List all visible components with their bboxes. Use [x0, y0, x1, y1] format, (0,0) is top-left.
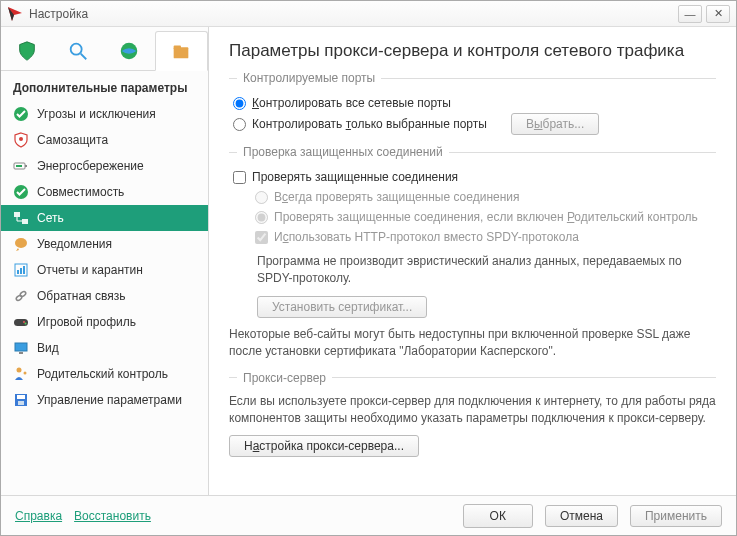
- report-icon: [13, 262, 29, 278]
- sidebar-item-selfdefense[interactable]: Самозащита: [1, 127, 208, 153]
- svg-rect-18: [20, 268, 22, 274]
- sidebar-item-label: Вид: [37, 341, 59, 355]
- sidebar-item-threats[interactable]: Угрозы и исключения: [1, 101, 208, 127]
- tab-update[interactable]: [104, 31, 155, 70]
- settings-window: Настройка — ✕ Дополнительные параметры: [0, 0, 737, 536]
- check-secure-input[interactable]: [233, 171, 246, 184]
- ports-legend: Контролируемые порты: [229, 71, 716, 85]
- svg-line-3: [81, 53, 87, 59]
- sidebar-item-compat[interactable]: Совместимость: [1, 179, 208, 205]
- radio-selected-label: Контролировать только выбранные порты: [252, 117, 487, 131]
- sidebar-item-manage[interactable]: Управление параметрами: [1, 387, 208, 413]
- svg-point-24: [25, 323, 27, 325]
- shield-icon: [13, 132, 29, 148]
- content-pane: Параметры прокси-сервера и контроля сете…: [209, 27, 736, 495]
- sidebar-item-label: Отчеты и карантин: [37, 263, 143, 277]
- ssl-fieldset: Проверка защищенных соединений Проверять…: [229, 145, 716, 361]
- battery-icon: [13, 158, 29, 174]
- check-secure-label: Проверять защищенные соединения: [252, 170, 458, 184]
- svg-point-27: [17, 368, 22, 373]
- sidebar-item-label: Обратная связь: [37, 289, 125, 303]
- apply-button[interactable]: Применить: [630, 505, 722, 527]
- save-icon: [13, 392, 29, 408]
- ssl-legend: Проверка защищенных соединений: [229, 145, 716, 159]
- sidebar-item-label: Угрозы и исключения: [37, 107, 156, 121]
- proxy-legend: Прокси-сервер: [229, 371, 716, 385]
- sidebar-item-label: Энергосбережение: [37, 159, 144, 173]
- radio-always-label: Всегда проверять защищенные соединения: [274, 190, 520, 204]
- select-ports-button[interactable]: Выбрать...: [511, 113, 599, 135]
- sidebar-item-label: Уведомления: [37, 237, 112, 251]
- ports-fieldset: Контролируемые порты Контролировать все …: [229, 71, 716, 135]
- shield-check-icon: [13, 106, 29, 122]
- sidebar-item-label: Управление параметрами: [37, 393, 182, 407]
- radio-parental-input[interactable]: [255, 211, 268, 224]
- ssl-warning: Некоторые веб-сайты могут быть недоступн…: [229, 326, 716, 361]
- check-http-label: Использовать HTTP-протокол вместо SPDY-п…: [274, 230, 579, 244]
- sidebar-item-label: Самозащита: [37, 133, 108, 147]
- svg-point-15: [15, 238, 27, 248]
- sidebar-item-parental[interactable]: Родительский контроль: [1, 361, 208, 387]
- svg-rect-26: [19, 352, 23, 354]
- link-icon: [13, 288, 29, 304]
- svg-rect-19: [23, 266, 25, 274]
- titlebar: Настройка — ✕: [1, 1, 736, 27]
- radio-selected-input[interactable]: [233, 118, 246, 131]
- sidebar-item-appearance[interactable]: Вид: [1, 335, 208, 361]
- svg-rect-31: [18, 401, 24, 405]
- svg-point-23: [23, 321, 25, 323]
- cancel-button[interactable]: Отмена: [545, 505, 618, 527]
- footer: Справка Восстановить ОК Отмена Применить: [1, 495, 736, 535]
- radio-monitor-selected-ports[interactable]: Контролировать только выбранные порты: [229, 114, 491, 134]
- sidebar-item-gaming[interactable]: Игровой профиль: [1, 309, 208, 335]
- check-http-input[interactable]: [255, 231, 268, 244]
- network-icon: [13, 210, 29, 226]
- monitor-icon: [13, 340, 29, 356]
- help-link[interactable]: Справка: [15, 509, 62, 523]
- radio-always-input[interactable]: [255, 191, 268, 204]
- check-http-instead-spdy[interactable]: Использовать HTTP-протокол вместо SPDY-п…: [251, 227, 716, 247]
- sidebar-nav: Угрозы и исключения Самозащита Энергосбе…: [1, 101, 208, 413]
- svg-rect-25: [15, 343, 27, 351]
- restore-link[interactable]: Восстановить: [74, 509, 151, 523]
- window-title: Настройка: [29, 7, 674, 21]
- svg-point-21: [19, 291, 26, 298]
- radio-parental-label: Проверять защищенные соединения, если вк…: [274, 210, 698, 224]
- radio-monitor-all-ports[interactable]: Контролировать все сетевые порты: [229, 93, 716, 113]
- tab-protection[interactable]: [1, 31, 52, 70]
- sidebar-item-label: Совместимость: [37, 185, 124, 199]
- svg-rect-11: [16, 165, 22, 167]
- sidebar-item-power[interactable]: Энергосбережение: [1, 153, 208, 179]
- gamepad-icon: [13, 314, 29, 330]
- radio-check-if-parental[interactable]: Проверять защищенные соединения, если вк…: [251, 207, 716, 227]
- bell-icon: [13, 236, 29, 252]
- radio-all-input[interactable]: [233, 97, 246, 110]
- check-icon: [13, 184, 29, 200]
- check-secure-connections[interactable]: Проверять защищенные соединения: [229, 167, 716, 187]
- minimize-button[interactable]: —: [678, 5, 702, 23]
- svg-rect-13: [14, 212, 20, 217]
- proxy-settings-button[interactable]: Настройка прокси-сервера...: [229, 435, 419, 457]
- sidebar: Дополнительные параметры Угрозы и исключ…: [1, 27, 209, 495]
- tab-additional[interactable]: [155, 31, 208, 71]
- tab-scan[interactable]: [52, 31, 103, 70]
- svg-point-2: [71, 43, 82, 54]
- sidebar-item-network[interactable]: Сеть: [1, 205, 208, 231]
- proxy-note: Если вы используете прокси-сервер для по…: [229, 393, 716, 428]
- sidebar-item-notifications[interactable]: Уведомления: [1, 231, 208, 257]
- radio-all-label: Контролировать все сетевые порты: [252, 96, 451, 110]
- sidebar-item-feedback[interactable]: Обратная связь: [1, 283, 208, 309]
- close-button[interactable]: ✕: [706, 5, 730, 23]
- sidebar-item-label: Сеть: [37, 211, 64, 225]
- sidebar-item-reports[interactable]: Отчеты и карантин: [1, 257, 208, 283]
- svg-rect-6: [174, 46, 181, 50]
- svg-point-8: [19, 137, 23, 141]
- sidebar-item-label: Родительский контроль: [37, 367, 168, 381]
- ok-button[interactable]: ОК: [463, 504, 533, 528]
- install-cert-button[interactable]: Установить сертификат...: [257, 296, 427, 318]
- svg-rect-17: [17, 270, 19, 274]
- sidebar-item-label: Игровой профиль: [37, 315, 136, 329]
- svg-rect-22: [14, 319, 28, 326]
- radio-always-check[interactable]: Всегда проверять защищенные соединения: [251, 187, 716, 207]
- sidebar-section-title: Дополнительные параметры: [1, 71, 208, 101]
